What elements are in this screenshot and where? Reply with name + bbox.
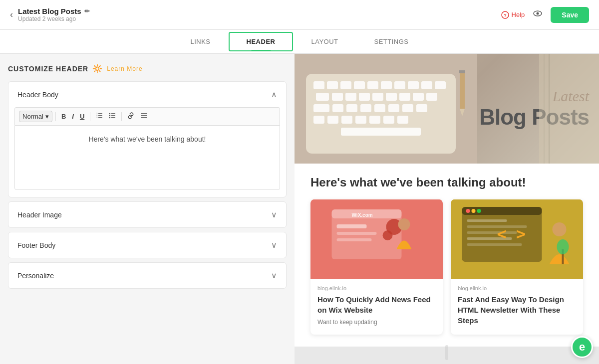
svg-point-84 — [553, 222, 567, 236]
save-button[interactable]: Save — [551, 7, 589, 23]
accordion-header-image-label: Header Image — [17, 211, 62, 219]
card-2-thumbnail: < > — [451, 199, 583, 279]
html-svg: < > — [451, 199, 583, 279]
rich-text-toolbar: Normal ▾ B I U 1 2 — [14, 107, 280, 125]
svg-rect-40 — [313, 104, 329, 112]
svg-rect-48 — [313, 116, 324, 124]
tab-links[interactable]: LINKS — [172, 31, 228, 52]
card-1-source: blog.elink.io — [317, 285, 436, 291]
svg-rect-58 — [459, 70, 465, 73]
svg-text:3: 3 — [96, 116, 98, 119]
svg-rect-68 — [337, 238, 372, 241]
bold-button[interactable]: B — [59, 111, 68, 122]
text-style-select[interactable]: Normal ▾ — [19, 111, 52, 122]
svg-rect-54 — [397, 116, 408, 124]
underline-button[interactable]: U — [77, 111, 87, 122]
toolbar-divider-2 — [90, 112, 90, 121]
blog-tagline: Here's what we've been talking about! — [310, 176, 583, 189]
accordion-footer-body-header[interactable]: Footer Body ∨ — [8, 232, 286, 258]
svg-rect-24 — [354, 81, 365, 89]
svg-rect-45 — [388, 104, 399, 112]
svg-rect-33 — [345, 93, 356, 101]
svg-rect-41 — [332, 104, 343, 112]
accordion-header-image-header[interactable]: Header Image ∨ — [8, 202, 286, 227]
ordered-list-button[interactable]: 1 2 3 — [93, 111, 105, 122]
accordion-header-image: Header Image ∨ — [8, 201, 287, 228]
accordion-personalize-header[interactable]: Personalize ∨ — [8, 263, 286, 288]
header-body-content: Here's what we've been talking about! — [89, 135, 206, 143]
blog-card-1: WiX.com — [310, 199, 443, 335]
tab-settings[interactable]: SETTINGS — [356, 31, 427, 52]
wix-svg: WiX.com — [310, 199, 443, 279]
svg-rect-38 — [413, 93, 424, 101]
svg-marker-57 — [460, 109, 465, 116]
svg-rect-25 — [367, 81, 378, 89]
preview-button[interactable] — [533, 8, 543, 21]
tab-layout[interactable]: LAYOUT — [293, 31, 356, 52]
accordion-footer-body: Footer Body ∨ — [8, 232, 287, 258]
accordion-header-body-content: Normal ▾ B I U 1 2 — [8, 107, 286, 197]
align-button[interactable] — [138, 111, 150, 122]
blog-card-2: < > blog.elink.io Fast And Ea — [451, 199, 583, 335]
scroll-indicator — [445, 345, 448, 360]
svg-rect-78 — [467, 219, 507, 222]
svg-rect-26 — [381, 81, 392, 89]
svg-point-14 — [109, 115, 110, 116]
card-1-info: blog.elink.io How To Quickly Add News Fe… — [310, 279, 443, 333]
topbar-left: ‹ Latest Blog Posts ✏ Updated 2 weeks ag… — [10, 7, 90, 22]
svg-rect-28 — [408, 81, 419, 89]
svg-rect-59 — [539, 54, 599, 164]
header-body-text-editor[interactable]: Here's what we've been talking about! — [14, 125, 280, 190]
tab-header[interactable]: HEADER — [229, 32, 294, 51]
italic-button[interactable]: I — [69, 111, 76, 122]
accordion-personalize: Personalize ∨ — [8, 262, 287, 289]
back-button[interactable]: ‹ — [10, 9, 13, 20]
chevron-down-icon-1: ∨ — [271, 210, 277, 219]
link-button[interactable] — [125, 111, 137, 122]
svg-rect-53 — [383, 116, 394, 124]
card-2-source: blog.elink.io — [458, 285, 576, 291]
svg-point-76 — [472, 209, 476, 213]
svg-rect-55 — [341, 128, 421, 136]
svg-rect-34 — [359, 93, 370, 101]
card-1-title: How To Quickly Add News Feed on Wix Webs… — [317, 294, 436, 315]
svg-rect-46 — [402, 104, 413, 112]
chevron-down-icon-3: ∨ — [271, 271, 277, 280]
svg-rect-56 — [460, 71, 465, 109]
svg-point-75 — [466, 209, 470, 213]
svg-rect-44 — [374, 104, 385, 112]
accordion-footer-body-label: Footer Body — [17, 241, 55, 249]
page-subtitle: Updated 2 weeks ago — [18, 15, 90, 22]
svg-rect-51 — [355, 116, 366, 124]
svg-point-3 — [537, 12, 539, 15]
chevron-down-icon-2: ∨ — [271, 240, 277, 250]
svg-text:?: ? — [504, 13, 507, 18]
unordered-list-button[interactable] — [106, 111, 118, 122]
svg-point-71 — [398, 218, 410, 230]
blog-content: Here's what we've been talking about! — [295, 164, 599, 347]
accordion-header-body-header[interactable]: Header Body ∧ — [8, 82, 286, 107]
eye-icon — [533, 8, 543, 18]
pencil-svg — [452, 69, 472, 119]
keyboard-svg — [295, 54, 477, 164]
edit-icon[interactable]: ✏ — [84, 7, 90, 15]
lamp-icon: 🔆 — [92, 64, 103, 73]
learn-more-link[interactable]: Learn More — [107, 65, 142, 72]
svg-rect-39 — [426, 93, 437, 101]
help-circle-icon: ? — [501, 11, 509, 19]
svg-rect-30 — [435, 81, 446, 89]
topbar-right: ? Help Save — [501, 7, 589, 23]
accordion-personalize-label: Personalize — [17, 272, 54, 280]
svg-rect-31 — [316, 93, 329, 101]
chevron-up-icon: ∧ — [271, 90, 277, 99]
svg-rect-21 — [313, 81, 324, 89]
page-title-container: Latest Blog Posts ✏ — [18, 7, 90, 15]
blog-cards: WiX.com — [310, 199, 583, 335]
accordion-header-body: Header Body ∧ Normal ▾ B I U — [8, 81, 287, 197]
help-button[interactable]: ? Help — [501, 11, 525, 19]
svg-rect-27 — [394, 81, 405, 89]
left-panel: CUSTOMIZE HEADER 🔆 Learn More Header Bod… — [0, 54, 295, 364]
svg-point-86 — [557, 239, 569, 254]
accordion-header-body-label: Header Body — [17, 91, 58, 99]
align-icon — [140, 112, 147, 119]
